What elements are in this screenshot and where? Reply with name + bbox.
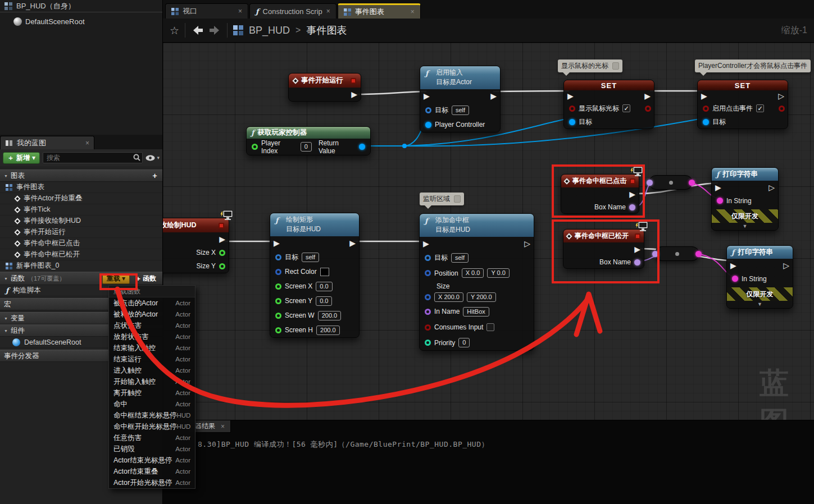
exec-out-pin[interactable]: ▷: [524, 240, 530, 248]
size-x-pin[interactable]: [219, 250, 225, 256]
bool-in-pin[interactable]: [703, 106, 709, 112]
tree-event-item[interactable]: 事件开始运行: [0, 227, 162, 238]
add-function-button[interactable]: ＋ 函数: [133, 274, 158, 283]
close-icon[interactable]: ×: [85, 139, 89, 147]
section-graphs[interactable]: ▼ 图表 ＋: [0, 169, 162, 182]
menu-item[interactable]: 已销毁Actor: [109, 443, 195, 455]
screen-w-value[interactable]: 200.0: [318, 311, 342, 320]
screen-h-pin[interactable]: [275, 327, 281, 333]
tab-construction-script[interactable]: ƒ Construction Scrip ×: [249, 3, 336, 19]
tree-new-graph[interactable]: 新事件图表_0: [0, 260, 162, 272]
visibility-filter[interactable]: ▾: [145, 155, 160, 161]
menu-item[interactable]: 任意伤害Actor: [109, 432, 195, 443]
bool-in-pin[interactable]: [569, 106, 575, 112]
player-index-pin[interactable]: [252, 144, 258, 150]
checkbox-unchecked[interactable]: [486, 323, 494, 331]
exec-in-pin[interactable]: ▶: [274, 239, 280, 247]
close-icon[interactable]: ×: [238, 7, 242, 15]
screen-x-value[interactable]: 0.0: [316, 282, 332, 291]
menu-item[interactable]: 结束输入触控Actor: [109, 342, 195, 354]
menu-item[interactable]: 点状伤害Actor: [109, 320, 195, 331]
bool-out-pin[interactable]: [779, 106, 785, 112]
screen-w-pin[interactable]: [275, 313, 281, 319]
node-draw-rect[interactable]: ƒ 绘制矩形 目标是HUD ▶ ▶ 目标self Rect Color Scre…: [270, 213, 360, 338]
exec-out-pin[interactable]: ▶: [349, 239, 356, 247]
comment-pin-icon[interactable]: [454, 195, 461, 203]
bool-out-pin[interactable]: [645, 106, 651, 112]
breadcrumb-asset[interactable]: BP_HUD: [249, 25, 290, 36]
in-string-pin[interactable]: [717, 198, 723, 204]
node-set-show-cursor[interactable]: SET ▶ ▶ 显示鼠标光标 ✓ 目标: [563, 80, 654, 129]
menu-item[interactable]: 放射状伤害Actor: [109, 331, 195, 342]
target-pin[interactable]: [569, 119, 575, 125]
exec-in-pin[interactable]: ▶: [715, 184, 721, 191]
menu-item[interactable]: 被释放的ActorActor: [109, 309, 195, 320]
back-button[interactable]: [191, 25, 203, 35]
close-icon[interactable]: ×: [411, 8, 415, 16]
target-value[interactable]: self: [452, 106, 469, 115]
menu-item[interactable]: 命中Actor: [109, 398, 195, 410]
box-name-pin[interactable]: [634, 259, 640, 265]
node-print-string-1[interactable]: ƒ 打印字符串 ▶ ▷ In String 仅限开发 ▼: [711, 167, 779, 231]
menu-item[interactable]: Actor结束光标悬停Actor: [109, 455, 195, 466]
node-event-begin-play[interactable]: 事件开始运行 ▶: [288, 73, 361, 102]
screen-x-pin[interactable]: [275, 283, 281, 290]
menu-item[interactable]: 结束运行Actor: [109, 354, 195, 365]
player-controller-pin[interactable]: [425, 122, 431, 128]
menu-item[interactable]: 命中框开始光标悬停HUD: [109, 421, 195, 432]
search-input[interactable]: [43, 152, 143, 163]
node-enable-input[interactable]: ƒ 启用输入 目标是Actor ▶ ▶ 目标 self Player Contr…: [420, 66, 501, 132]
tree-event-item[interactable]: 事件命中框已松开: [0, 249, 162, 260]
node-name-to-string[interactable]: [654, 246, 699, 261]
node-set-click-events[interactable]: SET ▶ ▷ 启用点击事件 ✓ 目标: [697, 80, 788, 129]
string-out-pin[interactable]: [695, 251, 702, 257]
scene-root-item[interactable]: DefaultSceneRoot: [0, 15, 162, 28]
exec-out-pin[interactable]: ▶: [644, 92, 651, 100]
menu-item[interactable]: Actor结束重叠Actor: [109, 466, 195, 477]
exec-out-pin[interactable]: ▷: [783, 262, 789, 269]
exec-in-pin[interactable]: ▶: [567, 92, 574, 100]
exec-out-pin[interactable]: ▶: [490, 92, 497, 100]
node-add-hit-box[interactable]: ƒ 添加命中框 目标是HUD ▶ ▷ 目标self PositionX 0.0Y…: [419, 213, 534, 351]
tree-event-item[interactable]: 事件Tick: [0, 204, 162, 216]
size-y-value[interactable]: Y 200.0: [467, 292, 496, 302]
exec-out-pin[interactable]: ▶: [219, 235, 225, 243]
checkbox-checked[interactable]: ✓: [622, 104, 630, 112]
exec-out-pin[interactable]: ▶: [351, 90, 357, 98]
return-value-pin[interactable]: [359, 144, 365, 150]
exec-out-pin[interactable]: ▷: [768, 184, 775, 191]
string-out-pin[interactable]: [689, 180, 695, 186]
tree-event-item[interactable]: 事件Actor开始重叠: [0, 193, 162, 204]
rect-color-pin[interactable]: [275, 269, 281, 275]
exec-out-pin[interactable]: ▶: [634, 245, 640, 253]
forward-button[interactable]: [209, 25, 221, 35]
size-y-pin[interactable]: [219, 263, 225, 269]
target-pin[interactable]: [425, 255, 431, 261]
color-swatch[interactable]: [320, 268, 329, 276]
exec-out-pin[interactable]: ▷: [778, 92, 784, 100]
menu-item[interactable]: 进入触控Actor: [109, 365, 195, 376]
position-x-value[interactable]: X 0.0: [462, 268, 484, 278]
tab-event-graph[interactable]: 事件图表 ×: [338, 3, 421, 19]
comment-bubble[interactable]: PlayerController才会将鼠标点击事件: [695, 59, 811, 72]
menu-item[interactable]: 命中框结束光标悬停HUD: [109, 410, 195, 421]
priority-value[interactable]: 0: [458, 338, 470, 347]
node-get-player-controller[interactable]: ƒ 获取玩家控制器 Player Index 0 Return Value: [246, 126, 371, 155]
in-name-pin[interactable]: [425, 309, 431, 315]
priority-pin[interactable]: [425, 340, 431, 346]
consumes-input-pin[interactable]: [425, 324, 431, 331]
add-new-button[interactable]: ＋ 新增 ▾: [3, 152, 40, 164]
menu-item[interactable]: Actor开始光标悬停Actor: [109, 477, 195, 488]
target-pin[interactable]: [275, 254, 281, 260]
name-in-pin[interactable]: [647, 180, 653, 186]
size-pin[interactable]: [425, 294, 431, 300]
node-event-hit-box-click[interactable]: 事件命中框已点击 ▶ Box Name: [561, 174, 639, 214]
comment-pin-icon[interactable]: [612, 62, 619, 70]
exec-in-pin[interactable]: ▶: [730, 262, 736, 269]
target-pin[interactable]: [703, 119, 709, 125]
target-pin[interactable]: [425, 107, 431, 113]
node-event-receive-draw-hud[interactable]: 件接收绘制HUD ▶ Size X Size Y: [163, 218, 229, 273]
comment-bubble[interactable]: 显示鼠标的光标: [558, 59, 622, 72]
override-button[interactable]: 重载 ▾: [102, 273, 130, 284]
menu-item[interactable]: 被点击的ActorActor: [109, 297, 195, 309]
